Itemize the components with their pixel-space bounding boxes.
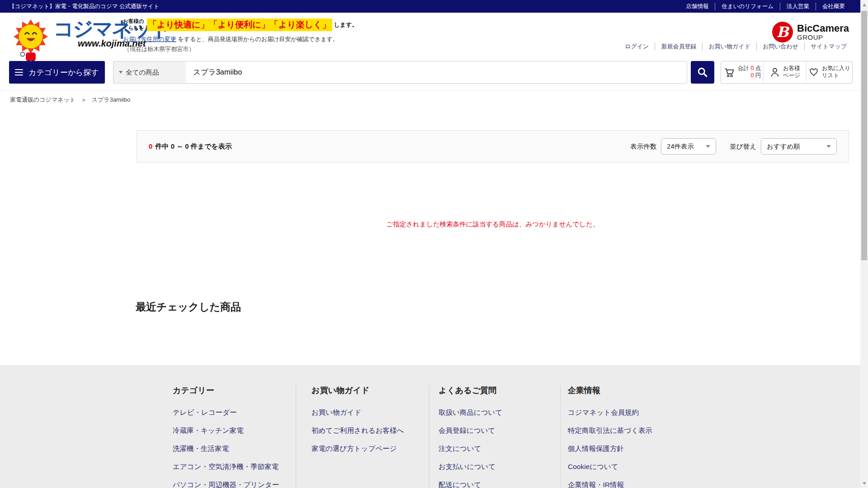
footer-link[interactable]: 特定商取引法に基づく表示 (568, 426, 750, 436)
footer-column-guide: お買い物ガイド お買い物ガイド 初めてご利用されるお客様へ 家電の選び方トップペ… (296, 385, 429, 488)
biccamera-b-icon: B (772, 22, 793, 42)
cart-button[interactable]: 合計 0 点 0 円 (721, 61, 763, 83)
topbar-link-reform[interactable]: 住まいのリフォーム (715, 3, 780, 10)
breadcrumb-current: スプラ3amiibo (92, 96, 130, 104)
footer-link[interactable]: 家電の選び方トップページ (311, 444, 429, 454)
footer-link[interactable]: 取扱い商品について (439, 408, 560, 418)
top-utility-links: 店舗情報 住まいのリフォーム 法人営業 会社概要 (679, 3, 851, 10)
cart-total-label: 合計 (738, 65, 749, 71)
sort-value: おすすめ順 (767, 142, 800, 151)
topbar-link-company[interactable]: 会社概要 (816, 3, 851, 10)
results-count-text: 件中 0 ～ 0 件までを表示 (156, 142, 232, 150)
chevron-down-icon (706, 145, 710, 148)
kojima-mascot-icon (10, 18, 52, 63)
account-label-line2: ページ (783, 72, 800, 80)
results-count-number: 0 (149, 142, 152, 150)
cart-count-unit: 点 (755, 65, 761, 71)
search-box: 全ての商品 (113, 61, 687, 84)
footer-link[interactable]: エアコン・空気清浄機・季節家電 (173, 462, 296, 472)
search-icon (697, 67, 708, 78)
tagline-prefix-line2: くらしを (123, 25, 144, 32)
footer-column-categories: カテゴリー テレビ・レコーダー 冷蔵庫・キッチン家電 洗濯機・生活家電 エアコン… (173, 385, 296, 488)
heart-icon (808, 67, 819, 78)
recently-checked-heading: 最近チェックした商品 (136, 300, 241, 314)
delivery-description: をすると、商品発送場所からのお届け目安が確認できます。 (178, 36, 339, 42)
footer-link[interactable]: 初めてご利用されるお客様へ (311, 426, 429, 436)
cart-count: 0 (750, 65, 754, 71)
tagline-prefix-line1: お客様の (123, 18, 144, 25)
results-toolbar: 0 件中 0 ～ 0 件までを表示 表示件数 24件表示 並び替え おすすめ順 (137, 130, 849, 163)
footer-link[interactable]: 配送について (439, 480, 560, 488)
footer-link[interactable]: 会員登録について (439, 426, 560, 436)
nav-login[interactable]: ログイン (619, 42, 655, 51)
favorites-label-line1: お気に入り (822, 65, 850, 72)
chevron-down-icon (826, 145, 831, 148)
display-count-select[interactable]: 24件表示 (661, 138, 716, 155)
scrollbar-thumb[interactable] (861, 11, 867, 260)
tagline-suffix: します。 (334, 21, 358, 29)
category-menu-label: カテゴリーから探す (28, 67, 99, 78)
footer-link[interactable]: 注文について (439, 444, 560, 454)
footer-column-faq: よくあるご質問 取扱い商品について 会員登録について 注文について お支払いにつ… (429, 385, 561, 488)
user-icon (769, 67, 780, 78)
footer-link[interactable]: 個人情報保護方針 (568, 444, 750, 454)
scroll-down-icon (863, 482, 866, 485)
search-scope-select[interactable]: 全ての商品 (113, 61, 186, 83)
sort-select[interactable]: おすすめ順 (761, 138, 837, 155)
search-row: カテゴリーから探す 全ての商品 合計 0 点 (9, 61, 853, 84)
footer-heading-faq: よくあるご質問 (439, 385, 560, 396)
cart-amount-unit: 円 (755, 72, 761, 79)
breadcrumb-home-link[interactable]: 家電通販のコジマネット (10, 96, 75, 104)
user-actions-box: 合計 0 点 0 円 お客様 ページ (721, 61, 853, 84)
footer-link[interactable]: 企業情報・IR情報 (568, 480, 750, 488)
footer-link[interactable]: パソコン・周辺機器・プリンター (173, 480, 296, 488)
sort-label: 並び替え (730, 142, 756, 151)
footer-link[interactable]: Cookieについて (568, 462, 750, 472)
nav-register[interactable]: 新規会員登録 (655, 42, 702, 51)
results-count: 0 件中 0 ～ 0 件までを表示 (149, 142, 232, 151)
footer-heading-categories: カテゴリー (173, 385, 296, 396)
scroll-up-button[interactable] (860, 1, 868, 9)
breadcrumb-separator: > (82, 97, 85, 103)
account-page-button[interactable]: お客様 ページ (763, 61, 806, 83)
biccamera-group-label: GROUP (797, 33, 849, 41)
tagline-highlight: 「より快適に」「より便利に」「より楽しく」 (147, 19, 332, 31)
current-location-note: （現在は栃木県宇都宮市） (123, 45, 358, 53)
favorites-label-line2: リスト (822, 72, 850, 80)
footer-link[interactable]: テレビ・レコーダー (173, 408, 296, 418)
chevron-down-icon (119, 71, 123, 74)
nav-shopping-guide[interactable]: お買い物ガイド (702, 42, 756, 51)
breadcrumb: 家電通販のコジマネット > スプラ3amiibo (10, 96, 130, 104)
header-tagline: お客様の くらしを 「より快適に」「より便利に」「より楽しく」 します。 お届け… (123, 18, 358, 53)
footer-link[interactable]: 冷蔵庫・キッチン家電 (173, 426, 296, 436)
footer-heading-corporate: 企業情報 (568, 385, 750, 396)
display-count-label: 表示件数 (630, 142, 656, 151)
footer-link[interactable]: コジマネット会員規約 (568, 408, 750, 418)
account-label-line1: お客様 (783, 65, 800, 72)
footer-heading-guide: お買い物ガイド (311, 385, 429, 396)
favorites-button[interactable]: お気に入り リスト (806, 61, 852, 83)
header-nav: ログイン 新規会員登録 お買い物ガイド お問い合わせ サイトマップ (619, 42, 853, 51)
vertical-scrollbar[interactable] (860, 0, 868, 488)
no-results-message: ご指定されました検索条件に該当する商品は、みつかりませんでした。 (137, 220, 849, 229)
scroll-down-button[interactable] (860, 479, 868, 487)
category-menu-button[interactable]: カテゴリーから探す (9, 61, 105, 84)
display-count-value: 24件表示 (667, 142, 694, 151)
footer-link[interactable]: お支払いについて (439, 462, 560, 472)
search-scope-label: 全ての商品 (126, 68, 159, 77)
topbar-link-corporate-sales[interactable]: 法人営業 (780, 3, 816, 10)
header-divider (0, 90, 860, 91)
scroll-up-icon (863, 4, 866, 6)
cart-icon (723, 66, 735, 78)
search-input[interactable] (186, 61, 687, 83)
nav-contact[interactable]: お問い合わせ (756, 42, 804, 51)
nav-sitemap[interactable]: サイトマップ (804, 42, 853, 51)
search-submit-button[interactable] (691, 61, 714, 84)
topbar-link-stores[interactable]: 店舗情報 (679, 3, 715, 10)
footer-column-corporate: 企業情報 コジマネット会員規約 特定商取引法に基づく表示 個人情報保護方針 Co… (561, 385, 750, 488)
site-title: 【コジマネット】家電・電化製品のコジマ 公式通販サイト (9, 3, 159, 10)
footer-link[interactable]: 洗濯機・生活家電 (173, 444, 296, 454)
footer-link[interactable]: お買い物ガイド (311, 408, 429, 418)
top-utility-bar: 【コジマネット】家電・電化製品のコジマ 公式通販サイト 店舗情報 住まいのリフォ… (0, 0, 860, 13)
change-delivery-address-link[interactable]: お届け先住所の変更 (123, 36, 176, 42)
